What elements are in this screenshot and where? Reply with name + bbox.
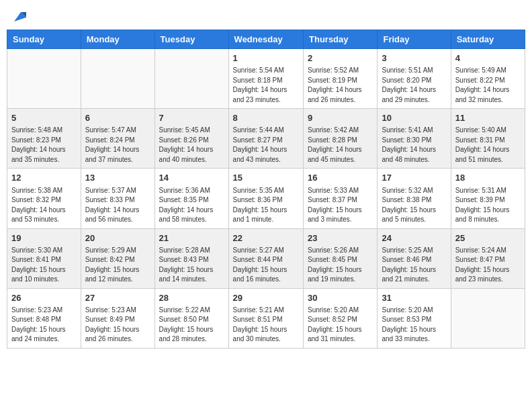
calendar-cell: 28Sunrise: 5:22 AM Sunset: 8:50 PM Dayli… — [154, 288, 228, 348]
calendar-cell: 21Sunrise: 5:28 AM Sunset: 8:43 PM Dayli… — [154, 228, 228, 288]
calendar-cell: 29Sunrise: 5:21 AM Sunset: 8:51 PM Dayli… — [228, 288, 303, 348]
day-info: Sunrise: 5:48 AM Sunset: 8:23 PM Dayligh… — [11, 126, 77, 165]
calendar-cell: 26Sunrise: 5:23 AM Sunset: 8:48 PM Dayli… — [7, 288, 81, 348]
day-info: Sunrise: 5:37 AM Sunset: 8:33 PM Dayligh… — [85, 186, 150, 225]
calendar-cell: 9Sunrise: 5:42 AM Sunset: 8:28 PM Daylig… — [304, 109, 378, 169]
calendar-cell: 22Sunrise: 5:27 AM Sunset: 8:44 PM Dayli… — [228, 228, 303, 288]
day-info: Sunrise: 5:21 AM Sunset: 8:51 PM Dayligh… — [233, 306, 299, 345]
calendar-cell: 30Sunrise: 5:20 AM Sunset: 8:52 PM Dayli… — [304, 288, 378, 348]
day-info: Sunrise: 5:26 AM Sunset: 8:45 PM Dayligh… — [308, 246, 373, 285]
day-number: 16 — [308, 172, 373, 184]
day-number: 17 — [382, 172, 446, 184]
day-info: Sunrise: 5:36 AM Sunset: 8:35 PM Dayligh… — [159, 186, 224, 225]
day-number: 1 — [233, 52, 299, 64]
day-info: Sunrise: 5:30 AM Sunset: 8:41 PM Dayligh… — [11, 246, 77, 285]
calendar-table: SundayMondayTuesdayWednesdayThursdayFrid… — [7, 30, 525, 349]
day-number: 26 — [11, 292, 77, 304]
calendar-cell: 27Sunrise: 5:23 AM Sunset: 8:49 PM Dayli… — [81, 288, 154, 348]
day-number: 31 — [382, 292, 446, 304]
day-number: 15 — [233, 172, 299, 184]
weekday-header-thursday: Thursday — [304, 30, 378, 49]
day-info: Sunrise: 5:29 AM Sunset: 8:42 PM Dayligh… — [85, 246, 150, 285]
calendar-cell — [7, 49, 81, 109]
calendar-cell: 10Sunrise: 5:41 AM Sunset: 8:30 PM Dayli… — [378, 109, 451, 169]
calendar-cell: 15Sunrise: 5:35 AM Sunset: 8:36 PM Dayli… — [228, 169, 303, 228]
day-info: Sunrise: 5:47 AM Sunset: 8:24 PM Dayligh… — [85, 126, 150, 165]
calendar-cell: 5Sunrise: 5:48 AM Sunset: 8:23 PM Daylig… — [7, 109, 81, 169]
calendar-week-5: 26Sunrise: 5:23 AM Sunset: 8:48 PM Dayli… — [7, 288, 525, 348]
day-number: 20 — [85, 232, 150, 244]
calendar-cell: 12Sunrise: 5:38 AM Sunset: 8:32 PM Dayli… — [7, 169, 81, 228]
calendar-cell: 11Sunrise: 5:40 AM Sunset: 8:31 PM Dayli… — [451, 109, 525, 169]
day-info: Sunrise: 5:22 AM Sunset: 8:50 PM Dayligh… — [159, 306, 224, 345]
day-info: Sunrise: 5:40 AM Sunset: 8:31 PM Dayligh… — [455, 126, 521, 165]
day-info: Sunrise: 5:52 AM Sunset: 8:19 PM Dayligh… — [308, 66, 373, 105]
weekday-header-tuesday: Tuesday — [154, 30, 228, 49]
calendar-cell: 17Sunrise: 5:32 AM Sunset: 8:38 PM Dayli… — [378, 169, 451, 228]
day-number: 30 — [308, 292, 373, 304]
day-number: 8 — [233, 112, 299, 124]
day-info: Sunrise: 5:41 AM Sunset: 8:30 PM Dayligh… — [382, 126, 446, 165]
day-info: Sunrise: 5:42 AM Sunset: 8:28 PM Dayligh… — [308, 126, 373, 165]
day-number: 7 — [159, 112, 224, 124]
calendar-cell: 16Sunrise: 5:33 AM Sunset: 8:37 PM Dayli… — [304, 169, 378, 228]
logo-icon — [11, 9, 26, 24]
day-number: 21 — [159, 232, 224, 244]
calendar-week-3: 12Sunrise: 5:38 AM Sunset: 8:32 PM Dayli… — [7, 169, 525, 228]
day-number: 19 — [11, 232, 77, 244]
day-number: 5 — [11, 112, 77, 124]
day-info: Sunrise: 5:20 AM Sunset: 8:52 PM Dayligh… — [308, 306, 373, 345]
calendar-cell: 31Sunrise: 5:20 AM Sunset: 8:53 PM Dayli… — [378, 288, 451, 348]
day-info: Sunrise: 5:38 AM Sunset: 8:32 PM Dayligh… — [11, 186, 77, 225]
weekday-header-wednesday: Wednesday — [228, 30, 303, 49]
weekday-header-monday: Monday — [81, 30, 154, 49]
calendar-cell — [81, 49, 154, 109]
calendar-cell: 23Sunrise: 5:26 AM Sunset: 8:45 PM Dayli… — [304, 228, 378, 288]
day-number: 6 — [85, 112, 150, 124]
day-info: Sunrise: 5:20 AM Sunset: 8:53 PM Dayligh… — [382, 306, 446, 345]
weekday-header-saturday: Saturday — [451, 30, 525, 49]
calendar-cell: 14Sunrise: 5:36 AM Sunset: 8:35 PM Dayli… — [154, 169, 228, 228]
day-number: 9 — [308, 112, 373, 124]
calendar-cell: 7Sunrise: 5:45 AM Sunset: 8:26 PM Daylig… — [154, 109, 228, 169]
day-number: 22 — [233, 232, 299, 244]
day-info: Sunrise: 5:27 AM Sunset: 8:44 PM Dayligh… — [233, 246, 299, 285]
calendar-week-2: 5Sunrise: 5:48 AM Sunset: 8:23 PM Daylig… — [7, 109, 525, 169]
day-number: 4 — [455, 52, 521, 64]
calendar-cell: 6Sunrise: 5:47 AM Sunset: 8:24 PM Daylig… — [81, 109, 154, 169]
calendar-cell: 13Sunrise: 5:37 AM Sunset: 8:33 PM Dayli… — [81, 169, 154, 228]
calendar-cell: 1Sunrise: 5:54 AM Sunset: 8:18 PM Daylig… — [228, 49, 303, 109]
calendar-cell: 8Sunrise: 5:44 AM Sunset: 8:27 PM Daylig… — [228, 109, 303, 169]
day-info: Sunrise: 5:45 AM Sunset: 8:26 PM Dayligh… — [159, 126, 224, 165]
calendar-cell: 19Sunrise: 5:30 AM Sunset: 8:41 PM Dayli… — [7, 228, 81, 288]
day-number: 13 — [85, 172, 150, 184]
day-info: Sunrise: 5:49 AM Sunset: 8:22 PM Dayligh… — [455, 66, 521, 105]
day-info: Sunrise: 5:32 AM Sunset: 8:38 PM Dayligh… — [382, 186, 446, 225]
day-info: Sunrise: 5:23 AM Sunset: 8:48 PM Dayligh… — [11, 306, 77, 345]
day-info: Sunrise: 5:54 AM Sunset: 8:18 PM Dayligh… — [233, 66, 299, 105]
calendar-cell: 18Sunrise: 5:31 AM Sunset: 8:39 PM Dayli… — [451, 169, 525, 228]
weekday-header-friday: Friday — [378, 30, 451, 49]
calendar-cell — [451, 288, 525, 348]
day-number: 29 — [233, 292, 299, 304]
calendar-cell: 3Sunrise: 5:51 AM Sunset: 8:20 PM Daylig… — [378, 49, 451, 109]
day-info: Sunrise: 5:28 AM Sunset: 8:43 PM Dayligh… — [159, 246, 224, 285]
day-info: Sunrise: 5:25 AM Sunset: 8:46 PM Dayligh… — [382, 246, 446, 285]
day-number: 18 — [455, 172, 521, 184]
calendar-week-1: 1Sunrise: 5:54 AM Sunset: 8:18 PM Daylig… — [7, 49, 525, 109]
day-info: Sunrise: 5:33 AM Sunset: 8:37 PM Dayligh… — [308, 186, 373, 225]
day-info: Sunrise: 5:24 AM Sunset: 8:47 PM Dayligh… — [455, 246, 521, 285]
calendar-week-4: 19Sunrise: 5:30 AM Sunset: 8:41 PM Dayli… — [7, 228, 525, 288]
day-number: 10 — [382, 112, 446, 124]
day-info: Sunrise: 5:51 AM Sunset: 8:20 PM Dayligh… — [382, 66, 446, 105]
weekday-header-sunday: Sunday — [7, 30, 81, 49]
day-number: 3 — [382, 52, 446, 64]
day-number: 25 — [455, 232, 521, 244]
day-info: Sunrise: 5:35 AM Sunset: 8:36 PM Dayligh… — [233, 186, 299, 225]
day-number: 14 — [159, 172, 224, 184]
calendar-cell: 2Sunrise: 5:52 AM Sunset: 8:19 PM Daylig… — [304, 49, 378, 109]
calendar-cell: 4Sunrise: 5:49 AM Sunset: 8:22 PM Daylig… — [451, 49, 525, 109]
day-info: Sunrise: 5:44 AM Sunset: 8:27 PM Dayligh… — [233, 126, 299, 165]
day-number: 27 — [85, 292, 150, 304]
calendar-cell — [154, 49, 228, 109]
